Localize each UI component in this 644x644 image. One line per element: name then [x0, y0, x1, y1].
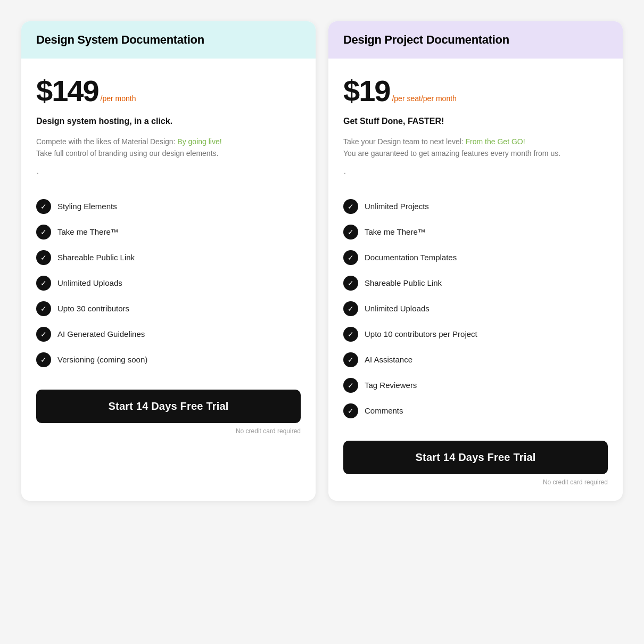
card2-price-period: /per seat/per month [392, 94, 456, 103]
card1-no-cc: No credit card required [36, 427, 301, 435]
pricing-card-design-system: Design System Documentation $149 /per mo… [21, 21, 316, 501]
card1-header: Design System Documentation [21, 21, 316, 59]
list-item: ✓ Tag Reviewers [343, 373, 608, 398]
list-item: ✓ Unlimited Uploads [36, 270, 301, 296]
card1-tagline: Design system hosting, in a click. [36, 117, 301, 126]
feature-label: Unlimited Uploads [365, 304, 430, 313]
feature-label: Take me There™ [57, 227, 119, 236]
card2-price-amount: $19 [343, 73, 390, 108]
card2-body: $19 /per seat/per month Get Stuff Done, … [328, 59, 623, 501]
check-icon: ✓ [343, 327, 358, 342]
feature-label: Styling Elements [57, 202, 117, 211]
check-icon: ✓ [343, 276, 358, 291]
card1-dot: . [36, 160, 301, 181]
list-item: ✓ Comments [343, 398, 608, 424]
card2-price-line: $19 /per seat/per month [343, 73, 608, 108]
list-item: ✓ Shareable Public Link [343, 270, 608, 296]
card1-desc-highlight: By going live! [177, 137, 221, 146]
check-icon: ✓ [343, 378, 358, 393]
list-item: ✓ Upto 10 contributors per Project [343, 321, 608, 347]
card1-desc-plain: Compete with the likes of Material Desig… [36, 137, 177, 146]
feature-label: Versioning (coming soon) [57, 355, 147, 364]
feature-label: Unlimited Uploads [57, 278, 122, 287]
list-item: ✓ Take me There™ [343, 219, 608, 245]
card1-body: $149 /per month Design system hosting, i… [21, 59, 316, 450]
card2-tagline: Get Stuff Done, FASTER! [343, 117, 608, 126]
check-icon: ✓ [343, 301, 358, 316]
feature-label: Upto 30 contributors [57, 304, 129, 313]
feature-label: Shareable Public Link [365, 278, 442, 287]
check-icon: ✓ [36, 199, 51, 214]
check-icon: ✓ [36, 250, 51, 265]
list-item: ✓ Take me There™ [36, 219, 301, 245]
check-icon: ✓ [36, 301, 51, 316]
card1-description: Compete with the likes of Material Desig… [36, 136, 301, 181]
feature-label: Documentation Templates [365, 253, 457, 262]
card2-dot: . [343, 160, 608, 181]
list-item: ✓ Documentation Templates [343, 245, 608, 270]
card2-no-cc: No credit card required [343, 478, 608, 486]
feature-label: AI Generated Guidelines [57, 329, 145, 338]
feature-label: Shareable Public Link [57, 253, 135, 262]
card2-cta-button[interactable]: Start 14 Days Free Trial [343, 441, 608, 474]
card2-description: Take your Design team to next level: Fro… [343, 136, 608, 181]
card2-desc-plain: Take your Design team to next level: [343, 137, 466, 146]
feature-label: Tag Reviewers [365, 381, 417, 390]
check-icon: ✓ [343, 403, 358, 418]
feature-label: Comments [365, 406, 403, 415]
check-icon: ✓ [36, 327, 51, 342]
card1-cta-button[interactable]: Start 14 Days Free Trial [36, 390, 301, 423]
card1-desc-plain2: Take full control of branding using our … [36, 149, 218, 158]
list-item: ✓ Shareable Public Link [36, 245, 301, 270]
check-icon: ✓ [343, 250, 358, 265]
card1-price-amount: $149 [36, 73, 98, 108]
check-icon: ✓ [36, 352, 51, 367]
list-item: ✓ Unlimited Uploads [343, 296, 608, 321]
check-icon: ✓ [36, 276, 51, 291]
card1-features-list: ✓ Styling Elements ✓ Take me There™ ✓ Sh… [36, 194, 301, 373]
check-icon: ✓ [343, 225, 358, 240]
check-icon: ✓ [343, 199, 358, 214]
list-item: ✓ Unlimited Projects [343, 194, 608, 219]
list-item: ✓ AI Assistance [343, 347, 608, 373]
card2-header: Design Project Documentation [328, 21, 623, 59]
list-item: ✓ Styling Elements [36, 194, 301, 219]
feature-label: Take me There™ [365, 227, 426, 236]
card2-desc-plain2: You are gauranteed to get amazing featur… [343, 149, 560, 158]
pricing-container: Design System Documentation $149 /per mo… [11, 11, 633, 511]
pricing-card-design-project: Design Project Documentation $19 /per se… [328, 21, 623, 501]
card2-desc-highlight: From the Get GO! [466, 137, 525, 146]
card1-price-line: $149 /per month [36, 73, 301, 108]
feature-label: Upto 10 contributors per Project [365, 329, 477, 338]
list-item: ✓ AI Generated Guidelines [36, 321, 301, 347]
check-icon: ✓ [36, 225, 51, 240]
card2-features-list: ✓ Unlimited Projects ✓ Take me There™ ✓ … [343, 194, 608, 424]
list-item: ✓ Versioning (coming soon) [36, 347, 301, 373]
list-item: ✓ Upto 30 contributors [36, 296, 301, 321]
feature-label: Unlimited Projects [365, 202, 429, 211]
check-icon: ✓ [343, 352, 358, 367]
feature-label: AI Assistance [365, 355, 412, 364]
card1-price-period: /per month [101, 94, 136, 103]
